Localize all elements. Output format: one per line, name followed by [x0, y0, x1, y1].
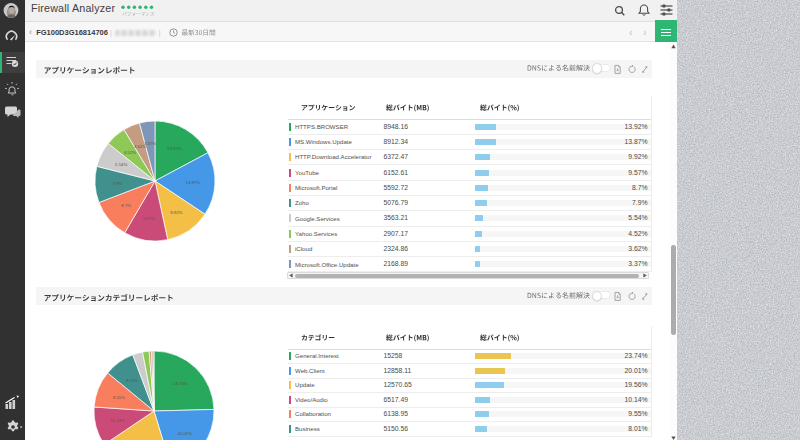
svg-text:20.01%: 20.01% [177, 431, 192, 436]
svg-text:3.37%: 3.37% [144, 141, 156, 146]
svg-text:9.57%: 9.57% [143, 216, 155, 221]
svg-text:9.92%: 9.92% [170, 210, 182, 215]
svg-text:13.87%: 13.87% [186, 180, 201, 185]
svg-text:10.14%: 10.14% [110, 418, 125, 423]
svg-text:8.7%: 8.7% [121, 203, 131, 208]
svg-text:4.52%: 4.52% [124, 150, 136, 155]
svg-text:8.01%: 8.01% [126, 378, 138, 383]
svg-text:5.54%: 5.54% [115, 162, 127, 167]
svg-text:23.74%: 23.74% [173, 381, 188, 386]
svg-text:7.9%: 7.9% [112, 181, 122, 186]
svg-text:13.92%: 13.92% [167, 146, 182, 151]
svg-text:9.55%: 9.55% [113, 395, 125, 400]
